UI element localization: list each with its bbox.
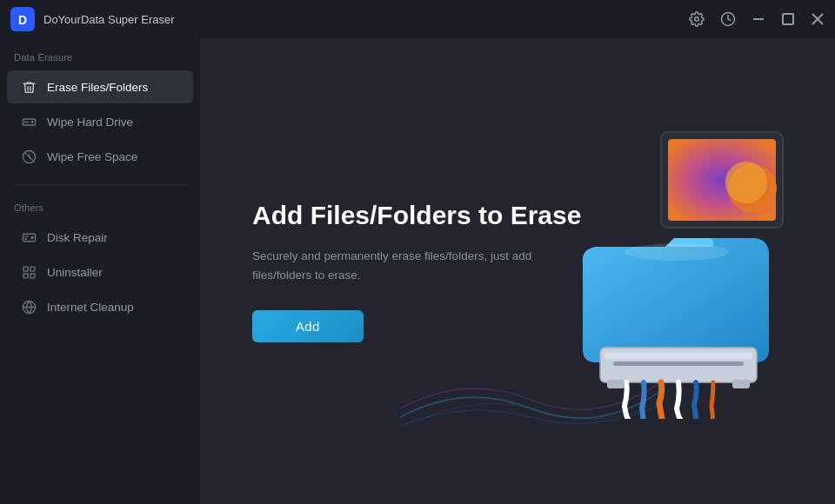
- svg-point-26: [728, 164, 777, 213]
- sidebar-item-internet-cleanup-label: Internet Cleanup: [47, 301, 134, 314]
- svg-point-9: [31, 121, 32, 122]
- svg-rect-33: [732, 380, 750, 388]
- sidebar-divider: [14, 184, 186, 185]
- internet-cleanup-icon: [21, 299, 37, 315]
- app-title: DoYourData Super Eraser: [43, 13, 689, 26]
- titlebar: D DoYourData Super Eraser: [0, 0, 835, 38]
- uninstaller-icon: [21, 264, 37, 280]
- svg-rect-18: [30, 267, 34, 271]
- content-title: Add Files/Folders to Erase: [252, 200, 581, 231]
- maximize-icon[interactable]: [781, 12, 795, 26]
- sidebar-item-disk-repair-label: Disk Repair: [47, 231, 108, 244]
- others-section-label: Others: [0, 196, 200, 220]
- wipe-hard-drive-icon: [21, 114, 37, 129]
- sidebar-item-wipe-hard-drive[interactable]: Wipe Hard Drive: [7, 105, 193, 138]
- svg-rect-24: [668, 139, 776, 221]
- svg-point-28: [625, 243, 729, 261]
- svg-rect-25: [668, 139, 776, 221]
- sidebar-item-wipe-free-space-label: Wipe Free Space: [47, 150, 137, 163]
- svg-point-27: [725, 162, 767, 203]
- sidebar-item-uninstaller[interactable]: Uninstaller: [7, 255, 193, 288]
- svg-rect-17: [23, 267, 28, 271]
- sidebar-item-wipe-hard-drive-label: Wipe Hard Drive: [47, 116, 133, 129]
- svg-line-12: [23, 151, 33, 161]
- sidebar-item-uninstaller-label: Uninstaller: [47, 266, 103, 279]
- svg-text:D: D: [18, 13, 27, 27]
- svg-rect-29: [600, 348, 757, 382]
- wipe-free-space-icon: [21, 149, 37, 164]
- svg-rect-19: [23, 273, 28, 277]
- svg-point-2: [695, 17, 699, 22]
- sidebar-item-wipe-free-space[interactable]: Wipe Free Space: [7, 140, 193, 173]
- sidebar-item-internet-cleanup[interactable]: Internet Cleanup: [7, 290, 193, 323]
- disk-repair-icon: [21, 229, 37, 245]
- svg-rect-5: [783, 14, 793, 24]
- svg-rect-30: [605, 352, 752, 359]
- minimize-icon[interactable]: [752, 12, 765, 26]
- window-controls: [689, 11, 825, 27]
- main-layout: Data Erasure Erase Files/Folders: [0, 38, 835, 504]
- wave-decoration: [400, 365, 661, 434]
- sidebar-item-disk-repair[interactable]: Disk Repair: [7, 221, 193, 254]
- content-description: Securely and permanently erase files/fol…: [252, 247, 548, 284]
- svg-rect-31: [613, 361, 744, 366]
- svg-rect-23: [661, 132, 783, 228]
- content-text-area: Add Files/Folders to Erase Securely and …: [252, 200, 581, 342]
- add-button[interactable]: Add: [252, 310, 364, 342]
- sidebar-item-erase-files[interactable]: Erase Files/Folders: [7, 70, 193, 103]
- erase-files-icon: [21, 79, 37, 95]
- svg-point-14: [30, 236, 32, 238]
- close-icon[interactable]: [811, 12, 825, 26]
- sidebar: Data Erasure Erase Files/Folders: [0, 38, 200, 504]
- data-erasure-section-label: Data Erasure: [0, 52, 200, 70]
- app-logo: D: [10, 7, 35, 31]
- settings-icon[interactable]: [689, 11, 705, 27]
- svg-rect-32: [607, 380, 625, 388]
- sidebar-item-erase-files-label: Erase Files/Folders: [47, 81, 148, 94]
- content-area: Add Files/Folders to Erase Securely and …: [200, 38, 835, 504]
- history-icon[interactable]: [720, 11, 736, 27]
- svg-rect-20: [30, 273, 34, 277]
